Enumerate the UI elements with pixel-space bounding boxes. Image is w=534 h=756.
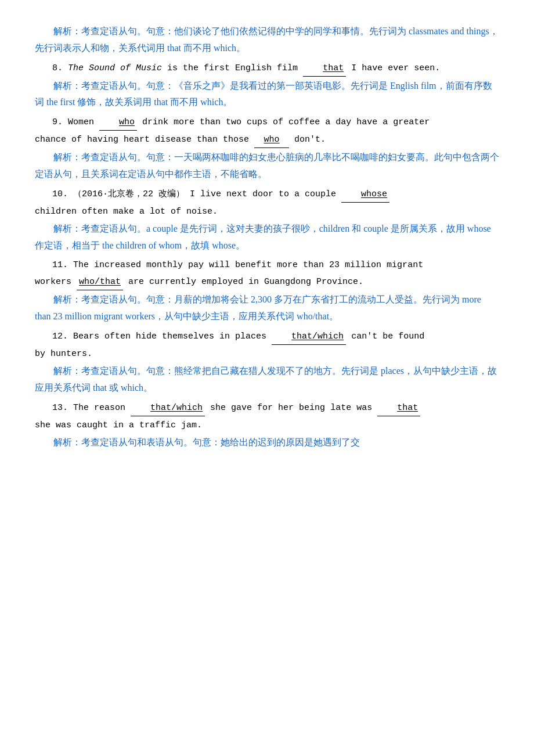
q12-line1-prefix: Bears often hide themselves in places [73, 332, 272, 341]
q8-explanation: 解析：考查定语从句。句意：《音乐之声》是我看过的第一部英语电影。先行词是 Eng… [35, 78, 499, 111]
q10-year-note: （2016·北京卷，22 改编） [73, 189, 185, 199]
q13-line1-mid: she gave for her being late was [210, 403, 377, 413]
q10-number: 10. [52, 189, 68, 199]
q12-number: 12. [52, 332, 68, 341]
question-11: 11. The increased monthly pay will benef… [35, 257, 499, 273]
question-9-line2: chance of having heart disease than thos… [35, 132, 499, 148]
q11-line2-prefix: workers [35, 277, 77, 287]
q13-blank1: that/which [131, 400, 205, 416]
q9-explanation: 解析：考查定语从句。句意：一天喝两杯咖啡的妇女患心脏病的几率比不喝咖啡的妇女要高… [35, 149, 499, 183]
q13-blank2: that [377, 400, 420, 416]
question-13-line2: she was caught in a traffic jam. [35, 417, 499, 433]
question-12-line2: by hunters. [35, 346, 499, 362]
q8-number: 8. [52, 63, 63, 73]
q8-italic: The Sound of Music [68, 63, 162, 73]
q10-line1-prefix: I live next door to a couple [190, 189, 341, 199]
q9-blank2: who [254, 132, 289, 148]
q9-number: 9. [52, 117, 63, 127]
q12-blank: that/which [272, 329, 346, 345]
q9-line1-prefix: Women [68, 117, 99, 127]
q8-prefix: is the first English film [167, 63, 303, 73]
q12-line1-suffix: can't be found [351, 332, 424, 341]
question-9: 9. Women who drink more than two cups of… [35, 114, 499, 131]
q9-line2-prefix: chance of having heart disease than thos… [35, 135, 254, 145]
q13-line2: she was caught in a traffic jam. [35, 420, 202, 430]
q9-line2-suffix: don't. [294, 135, 326, 145]
q10-line2: children often make a lot of noise. [35, 207, 218, 217]
question-11-line2: workers who/that are currently employed … [35, 274, 499, 290]
q13-explanation: 解析：考查定语从句和表语从句。句意：她给出的迟到的原因是她遇到了交 [35, 434, 499, 451]
q10-explanation: 解析：考查定语从句。a couple 是先行词，这对夫妻的孩子很吵，childr… [35, 221, 499, 254]
q11-number: 11. [52, 260, 68, 270]
q12-line2: by hunters. [35, 349, 92, 359]
question-10-line2: children often make a lot of noise. [35, 204, 499, 219]
question-13: 13. The reason that/which she gave for h… [35, 400, 499, 416]
q8-suffix: I have ever seen. [351, 63, 440, 73]
page-content: 解析：考查定语从句。句意：他们谈论了他们依然记得的中学的同学和事情。先行词为 c… [35, 23, 499, 451]
q11-blank: who/that [77, 274, 123, 290]
q13-line1-prefix: The reason [73, 403, 131, 413]
q9-blank1: who [99, 114, 137, 131]
question-10: 10. （2016·北京卷，22 改编） I live next door to… [35, 186, 499, 203]
q13-number: 13. [52, 403, 68, 413]
q11-explanation: 解析：考查定语从句。句意：月薪的增加将会让 2,300 多万在广东省打工的流动工… [35, 291, 499, 325]
q12-explanation: 解析：考查定语从句。句意：熊经常把自己藏在猎人发现不了的地方。先行词是 plac… [35, 363, 499, 397]
q11-line1: The increased monthly pay will benefit m… [73, 260, 423, 270]
question-12: 12. Bears often hide themselves in place… [35, 329, 499, 345]
q8-blank: that [303, 60, 346, 77]
q11-line2-suffix: are currently employed in Guangdong Prov… [128, 277, 363, 287]
question-8: 8. The Sound of Music is the first Engli… [35, 60, 499, 77]
q9-line1-suffix: drink more than two cups of coffee a day… [142, 117, 430, 127]
q10-blank: whose [341, 186, 389, 203]
intro-explanation: 解析：考查定语从句。句意：他们谈论了他们依然记得的中学的同学和事情。先行词为 c… [35, 23, 499, 57]
